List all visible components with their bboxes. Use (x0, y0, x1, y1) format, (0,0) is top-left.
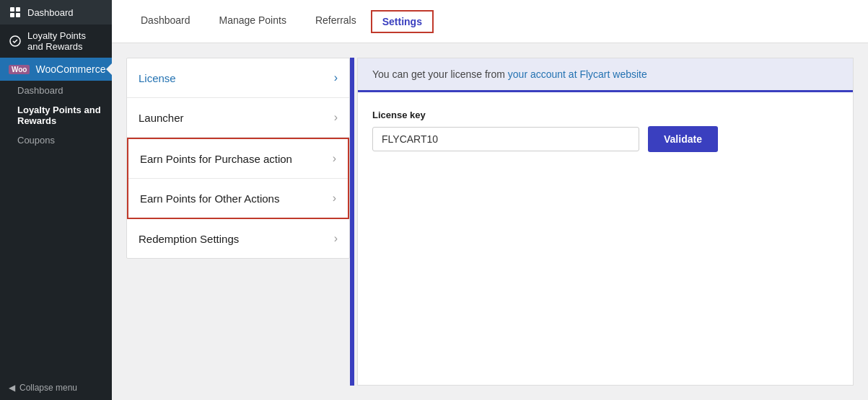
svg-rect-2 (10, 13, 14, 17)
validate-button[interactable]: Validate (648, 126, 718, 152)
collapse-label: Collapse menu (19, 383, 77, 393)
license-key-input[interactable] (372, 127, 639, 151)
license-info-link[interactable]: your account at Flycart website (508, 68, 647, 80)
settings-item-license[interactable]: License › (127, 58, 349, 98)
sidebar-dashboard-label: Dashboard (27, 7, 74, 18)
collapse-icon: ◀ (9, 383, 15, 393)
license-panel: You can get your license from your accou… (357, 58, 854, 386)
license-chevron-icon: › (334, 71, 338, 84)
content-area: License › Launcher › Earn Points for Pur… (112, 43, 868, 400)
settings-item-earn-other[interactable]: Earn Points for Other Actions › (128, 179, 348, 218)
settings-item-launcher[interactable]: Launcher › (127, 98, 349, 138)
sidebar-item-dashboard[interactable]: Dashboard (0, 0, 112, 25)
top-navigation: Dashboard Manage Points Referrals Settin… (112, 0, 868, 43)
redemption-label: Redemption Settings (139, 233, 239, 245)
sidebar-sub-coupons[interactable]: Coupons (0, 130, 112, 150)
tab-dashboard[interactable]: Dashboard (126, 1, 205, 41)
sidebar-sub-dashboard[interactable]: Dashboard (0, 81, 112, 100)
settings-launcher-label: Launcher (139, 112, 184, 124)
tab-referrals[interactable]: Referrals (301, 1, 371, 41)
earn-other-label: Earn Points for Other Actions (140, 192, 279, 205)
license-body: License key Validate (358, 92, 853, 169)
tab-manage-points[interactable]: Manage Points (205, 1, 301, 41)
collapse-menu-button[interactable]: ◀ Collapse menu (0, 375, 112, 400)
active-section-indicator (350, 58, 354, 386)
license-info-bar: You can get your license from your accou… (358, 58, 853, 92)
svg-rect-1 (16, 7, 20, 12)
license-key-row: Validate (372, 126, 838, 152)
redemption-chevron-icon: › (334, 232, 338, 245)
earn-purchase-chevron-icon: › (333, 152, 336, 165)
main-content: Dashboard Manage Points Referrals Settin… (112, 0, 868, 400)
sidebar-sub-loyalty[interactable]: Loyalty Points and Rewards (0, 100, 112, 130)
launcher-chevron-icon: › (334, 111, 338, 124)
settings-license-label: License (139, 72, 176, 84)
svg-rect-0 (10, 7, 14, 12)
woo-arrow-indicator (106, 63, 112, 75)
sidebar-submenu: Dashboard Loyalty Points and Rewards Cou… (0, 81, 112, 150)
loyalty-icon (9, 35, 22, 48)
sidebar-woo-label: WooCommerce (35, 63, 105, 75)
sidebar-item-woocommerce[interactable]: Woo WooCommerce (0, 58, 112, 81)
license-info-text: You can get your license from (372, 68, 508, 80)
settings-item-redemption[interactable]: Redemption Settings › (127, 219, 349, 258)
settings-menu: License › Launcher › Earn Points for Pur… (126, 58, 350, 259)
woo-badge: Woo (9, 65, 30, 74)
sidebar: Dashboard Loyalty Points and Rewards Woo… (0, 0, 112, 400)
svg-rect-3 (16, 13, 20, 17)
grouped-earn-section: Earn Points for Purchase action › Earn P… (127, 138, 349, 219)
license-key-label: License key (372, 110, 838, 120)
earn-other-chevron-icon: › (333, 192, 336, 205)
earn-purchase-label: Earn Points for Purchase action (140, 153, 292, 165)
sidebar-loyalty-label: Loyalty Points and Rewards (27, 30, 103, 52)
dashboard-icon (9, 6, 22, 19)
settings-sidebar: License › Launcher › Earn Points for Pur… (126, 58, 350, 386)
tab-settings[interactable]: Settings (371, 10, 434, 33)
settings-item-earn-purchase[interactable]: Earn Points for Purchase action › (128, 139, 348, 179)
sidebar-item-loyalty[interactable]: Loyalty Points and Rewards (0, 25, 112, 58)
license-content-wrapper: You can get your license from your accou… (350, 58, 854, 386)
